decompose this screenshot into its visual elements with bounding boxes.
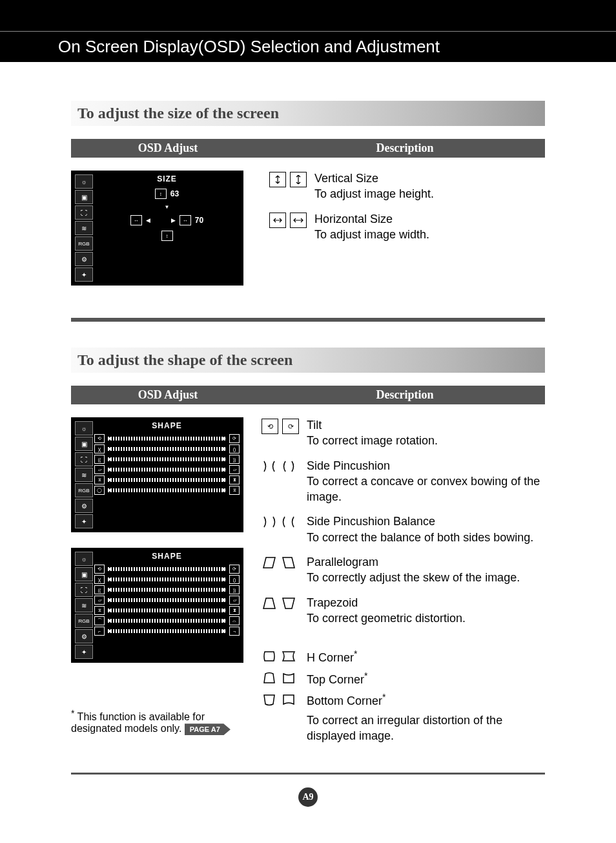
- size-icon: ⛶: [75, 452, 93, 466]
- topcorner-out-icon: [281, 671, 296, 685]
- rgb-icon: RGB: [75, 614, 93, 628]
- page-title: On Screen Display(OSD) Selection and Adj…: [0, 31, 616, 62]
- position-icon: ▣: [75, 437, 93, 451]
- brightness-icon: ☼: [75, 174, 93, 189]
- hcorner-title: H Corner: [307, 651, 354, 664]
- trapezoid-narrow-bottom-icon: [281, 596, 296, 610]
- tilt-body: To correct image rotation.: [307, 434, 438, 447]
- pincushion-in-icon: [262, 459, 277, 474]
- section-heading-size: To adjust the size of the screen: [71, 101, 545, 126]
- footnote: * This function is available for designa…: [71, 708, 236, 734]
- pinbal-title: Side Pincushion Balance: [307, 514, 545, 529]
- h-size-value: 70: [195, 216, 203, 225]
- header-bar: On Screen Display(OSD) Selection and Adj…: [0, 0, 616, 62]
- table-header-size: OSD Adjust Description: [71, 139, 545, 158]
- trapezoid-narrow-top-icon: [262, 596, 277, 610]
- brightness-icon: ☼: [75, 552, 93, 566]
- bottomcorner-out-icon: [281, 692, 296, 707]
- table-header-shape: OSD Adjust Description: [71, 386, 545, 404]
- size-icon: ⛶: [75, 205, 93, 220]
- h-expand-icon: ↔: [180, 215, 191, 225]
- column-osd-adjust: OSD Adjust: [71, 139, 265, 158]
- divider: [71, 318, 545, 322]
- column-description-shape: Description: [265, 386, 545, 404]
- bottomcorner-title: Bottom Corner: [307, 694, 382, 707]
- osd-title-size: SIZE: [94, 174, 240, 183]
- osd-title-shape2: SHAPE: [94, 552, 240, 561]
- v-size-icon: ↕: [155, 189, 167, 199]
- osd-panel-shape-1: ☼ ▣ ⛶ ≋ RGB ⚙ ✦ SHAPE ⟲⟳ )(() (()) ▱▱ ⧖⧗…: [71, 417, 243, 532]
- topcorner-title: Top Corner: [307, 673, 364, 686]
- pin-body: To correct a concave or convex bowing of…: [307, 475, 540, 503]
- shape-icon: ≋: [75, 468, 93, 482]
- trap-title: Trapezoid: [307, 595, 545, 610]
- h-shrink-icon: ↔: [130, 215, 142, 225]
- para-body: To correctly adjust the skew of the imag…: [307, 571, 520, 584]
- rgb-icon: RGB: [75, 236, 93, 251]
- h-shrink-icon-desc: [269, 213, 286, 228]
- h-expand-icon-desc: [290, 213, 307, 228]
- v-size-icon-bottom: ↕: [161, 231, 173, 241]
- para-title: Parallelogram: [307, 554, 545, 570]
- topcorner-in-icon: [262, 671, 277, 685]
- h-size-title: Horizontal Size: [314, 211, 545, 227]
- setup-icon: ⚙: [75, 252, 93, 266]
- pin-title: Side Pincushion: [307, 458, 545, 474]
- osd-panel-size: ☼ ▣ ⛶ ≋ RGB ⚙ ✦ SIZE ↕ 63 ▼ ↔ ◀ ▶: [71, 171, 243, 286]
- pinbalance-left-icon: [262, 515, 277, 529]
- shape-icon: ≋: [75, 221, 93, 235]
- v-size-value: 63: [170, 189, 179, 198]
- pincushion-out-icon: [281, 459, 296, 474]
- h-size-body: To adjust image width.: [314, 228, 429, 241]
- position-icon: ▣: [75, 567, 93, 581]
- pinbal-body: To correct the balance of both sides bow…: [307, 531, 533, 544]
- hcorner-out-icon: [281, 649, 296, 663]
- v-expand-icon: [290, 172, 307, 187]
- parallelogram-right-icon: [281, 556, 296, 570]
- rgb-icon: RGB: [75, 483, 93, 497]
- v-shrink-icon: [269, 172, 286, 187]
- osd-title-shape1: SHAPE: [94, 421, 240, 430]
- position-icon: ▣: [75, 190, 93, 204]
- v-size-body: To adjust image height.: [314, 187, 434, 200]
- tilt-title: Tilt: [307, 417, 545, 433]
- parallelogram-left-icon: [262, 556, 277, 570]
- osd-panel-shape-2: ☼ ▣ ⛶ ≋ RGB ⚙ ✦ SHAPE ⟲⟳ )(() (()) ▱▱ ⧖⧗…: [71, 548, 243, 663]
- special-icon: ✦: [75, 645, 93, 659]
- v-size-title: Vertical Size: [314, 171, 545, 186]
- special-icon: ✦: [75, 514, 93, 528]
- trap-body: To correct geometric distortion.: [307, 612, 466, 625]
- setup-icon: ⚙: [75, 499, 93, 513]
- page-number-badge: A9: [298, 787, 318, 807]
- brightness-icon: ☼: [75, 421, 93, 435]
- corner-body: To correct an irregular distortion of th…: [307, 714, 502, 742]
- bottom-divider: [71, 773, 545, 775]
- pinbalance-right-icon: [281, 515, 296, 529]
- size-icon: ⛶: [75, 583, 93, 597]
- tilt-cw-icon: ⟳: [282, 419, 299, 434]
- page-ref-link[interactable]: PAGE A7: [185, 723, 231, 735]
- section-heading-shape: To adjust the shape of the screen: [71, 348, 545, 373]
- tilt-ccw-icon: ⟲: [262, 419, 278, 434]
- bottomcorner-in-icon: [262, 692, 277, 707]
- hcorner-in-icon: [262, 649, 277, 663]
- column-description: Description: [265, 139, 545, 158]
- setup-icon: ⚙: [75, 629, 93, 643]
- special-icon: ✦: [75, 267, 93, 282]
- shape-icon: ≋: [75, 598, 93, 612]
- column-osd-adjust-shape: OSD Adjust: [71, 386, 265, 404]
